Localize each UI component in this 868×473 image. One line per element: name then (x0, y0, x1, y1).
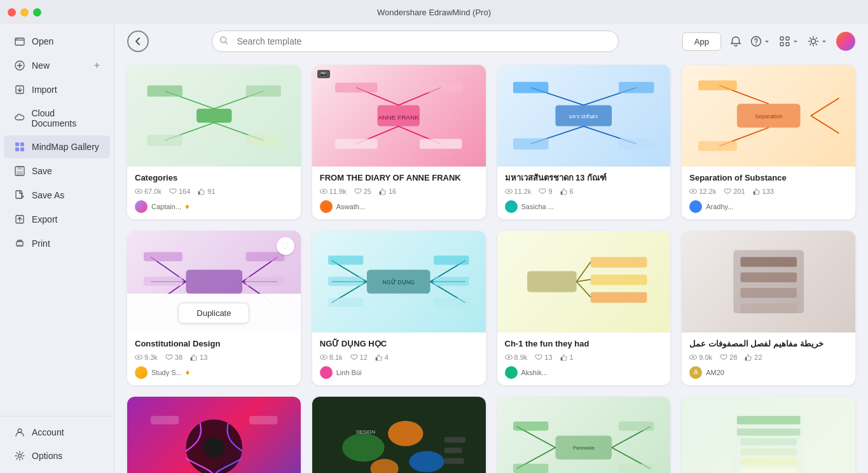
card-thumbs: 22 (745, 353, 762, 361)
svg-rect-35 (245, 135, 280, 146)
svg-rect-148 (513, 422, 548, 430)
svg-rect-46 (420, 83, 462, 93)
list-item[interactable]: ANNE FRANK 📷 FROM TH (312, 65, 486, 219)
card-title: Separation of Substance (689, 173, 848, 184)
svg-rect-45 (335, 83, 377, 93)
list-item[interactable]: Pancasila Perumusan dan Penetapan (497, 397, 671, 473)
grid-button[interactable] (779, 36, 799, 47)
list-item[interactable]: Separation Separation of Substance (682, 65, 855, 219)
list-item[interactable]: Advantages of Electronic Distance Measur… (682, 397, 855, 473)
svg-rect-102 (328, 298, 363, 306)
title-bar: Wondershare EdrawMind (Pro) (0, 0, 868, 24)
theme-button[interactable] (808, 36, 827, 47)
svg-rect-51 (380, 191, 381, 195)
options-icon (14, 450, 25, 462)
list-item[interactable]: ♡ Duplicate Constitutional Design 9.3k (127, 231, 301, 385)
content-area: App (114, 24, 868, 473)
card-thumbnail (682, 231, 855, 332)
svg-rect-159 (740, 448, 797, 455)
card-thumbnail (127, 65, 301, 167)
list-item[interactable]: NGÀY XƯA CÓ MỘT CON BÒ 10.8k 17 (127, 397, 301, 473)
sidebar-item-export[interactable]: Export (4, 208, 110, 231)
sidebar-item-print[interactable]: Print (4, 232, 110, 255)
sidebar-item-new[interactable]: New + (4, 54, 110, 77)
svg-rect-160 (740, 458, 797, 465)
list-item[interactable]: NGỮ DỤNG (312, 231, 486, 385)
top-bar-right: App (682, 32, 855, 51)
svg-point-37 (137, 190, 140, 193)
svg-text:Separation: Separation (755, 113, 782, 120)
top-bar: App (114, 24, 868, 58)
svg-point-134 (343, 434, 385, 462)
list-item[interactable]: Categories 67.0k 164 (127, 65, 301, 219)
sidebar-item-gallery[interactable]: MindMap Gallery (4, 135, 110, 158)
card-thumbs: 91 (198, 188, 215, 195)
svg-point-117 (507, 356, 510, 359)
help-button[interactable] (750, 36, 770, 47)
maximize-button[interactable] (33, 8, 41, 17)
close-button[interactable] (8, 8, 16, 17)
svg-point-90 (137, 356, 140, 359)
sidebar-item-account[interactable]: Account (4, 421, 110, 444)
svg-rect-120 (740, 257, 797, 267)
search-input[interactable] (212, 31, 619, 52)
svg-line-115 (577, 282, 591, 297)
card-views: 11.9k (320, 188, 347, 195)
card-author: Akshik... (505, 366, 663, 379)
gallery-container[interactable]: Categories 67.0k 164 (114, 58, 868, 473)
sidebar: Open New + Import Cloud Documents (0, 24, 114, 473)
app-button[interactable]: App (682, 32, 721, 51)
card-thumbnail: NGỮ DỤNG (312, 231, 486, 332)
sidebar-item-gallery-label: MindMap Gallery (32, 142, 99, 152)
svg-rect-91 (191, 357, 192, 360)
user-avatar[interactable] (836, 32, 855, 51)
svg-rect-12 (17, 171, 23, 175)
sidebar-item-saveas[interactable]: Save As (4, 184, 110, 207)
gallery-icon (14, 141, 25, 153)
svg-rect-58 (513, 82, 548, 93)
heart-button[interactable]: ♡ (277, 237, 294, 255)
sidebar-item-options[interactable]: Options (4, 444, 110, 467)
card-thumbnail: มหาเวสสันตร (497, 65, 671, 167)
svg-rect-86 (144, 252, 183, 261)
card-thumbs: 133 (753, 188, 774, 195)
list-item[interactable]: มหาเวสสันตร มหาเวสสันตรชาดก 13 กั (497, 65, 671, 219)
sidebar-item-print-label: Print (32, 238, 50, 249)
svg-rect-71 (698, 81, 737, 91)
card-author: Aradhy... (689, 200, 848, 213)
notification-button[interactable] (730, 36, 741, 47)
svg-rect-1 (15, 38, 18, 40)
card-thumbnail (127, 397, 301, 473)
svg-rect-103 (434, 256, 469, 264)
svg-rect-24 (780, 43, 783, 46)
svg-rect-123 (740, 303, 797, 313)
sidebar-item-import[interactable]: Import (4, 78, 110, 101)
sidebar-item-save[interactable]: Save (4, 160, 110, 182)
svg-rect-118 (561, 357, 562, 360)
list-item[interactable]: خريطة مفاهيم لفصل المصفوفات عمل 9.0k 28 (682, 231, 855, 385)
card-author: Sasicha ... (505, 200, 663, 213)
import-icon (14, 84, 25, 95)
duplicate-button[interactable]: Duplicate (178, 303, 249, 324)
new-plus-icon: + (94, 60, 100, 71)
card-views: 67.0k (135, 188, 162, 195)
card-author: Study S... ♦ (135, 366, 293, 379)
minimize-button[interactable] (20, 8, 29, 17)
sidebar-item-open[interactable]: Open (4, 30, 110, 53)
sidebar-item-cloud[interactable]: Cloud Documents (4, 102, 110, 134)
svg-rect-129 (151, 416, 179, 424)
card-likes: 38 (165, 353, 183, 361)
duplicate-overlay: Duplicate (127, 294, 301, 332)
svg-point-136 (410, 451, 444, 472)
list-item[interactable]: Ch-1 the fun they had 8.9k 13 (497, 231, 671, 385)
svg-rect-59 (619, 82, 654, 93)
card-stats: 9.3k 38 13 (135, 353, 293, 361)
svg-rect-157 (737, 428, 801, 435)
card-likes: 25 (354, 188, 371, 195)
card-title: Categories (135, 173, 293, 184)
list-item[interactable]: DESIGN (312, 397, 486, 473)
back-button[interactable] (127, 31, 149, 52)
card-likes: 201 (724, 188, 745, 195)
svg-rect-38 (198, 191, 200, 195)
svg-rect-16 (18, 244, 22, 246)
